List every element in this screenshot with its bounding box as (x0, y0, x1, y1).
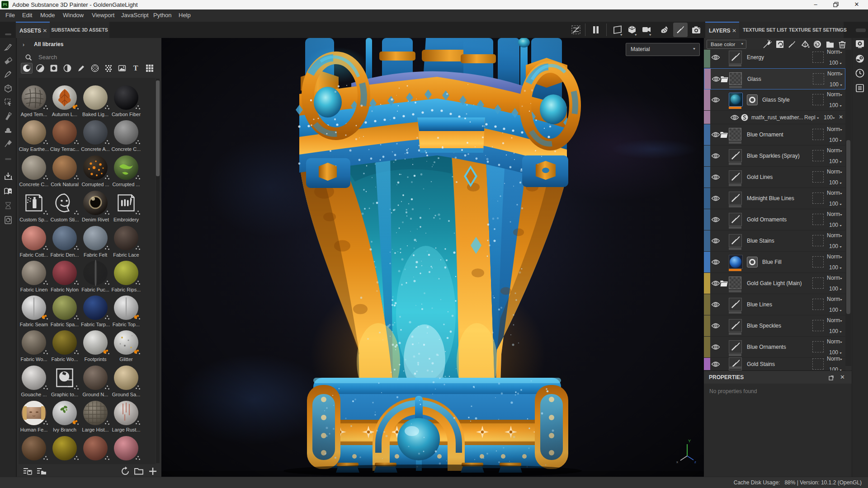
svg-text:T: T (133, 64, 138, 72)
svg-text:x: x (676, 460, 678, 464)
svg-text:Y: Y (688, 439, 691, 443)
svg-text:z: z (694, 460, 696, 464)
